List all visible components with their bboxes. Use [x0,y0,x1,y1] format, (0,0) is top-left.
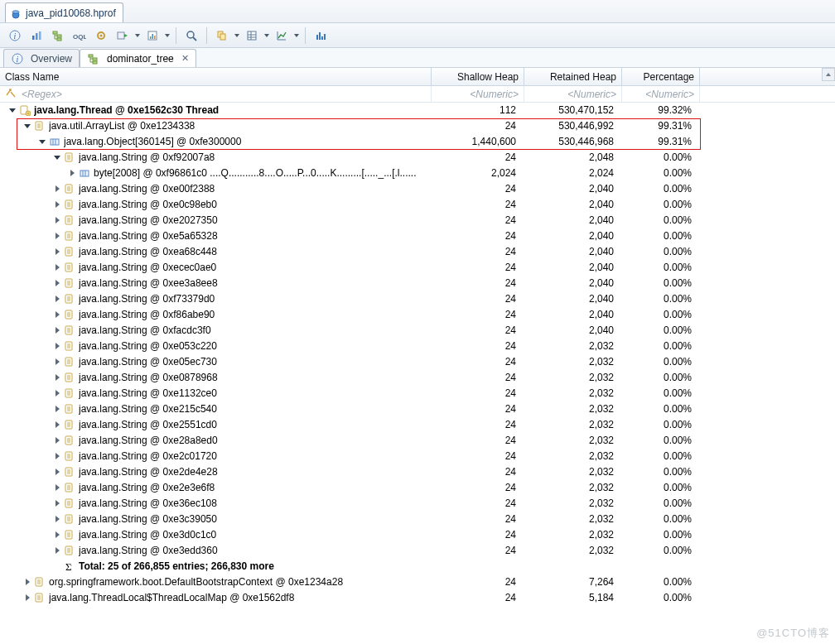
cell-shallow: 24 [432,199,524,210]
tree-row[interactable]: java.lang.String @ 0xe2de4e28242,0320.00… [0,464,835,480]
editor-tab-hprof[interactable]: java_pid10068.hprof [5,2,123,22]
expander-closed-icon[interactable] [51,356,63,368]
tree-row[interactable]: java.lang.String @ 0xe3edd360242,0320.00… [0,543,835,559]
tree-row[interactable]: java.lang.String @ 0xe2c01720242,0320.00… [0,449,835,464]
tree-row[interactable]: java.lang.String @ 0xea68c448242,0400.00… [0,244,835,260]
expander-closed-icon[interactable] [51,277,63,289]
expander-closed-icon[interactable] [51,183,63,195]
expander-closed-icon[interactable] [51,293,63,305]
expander-closed-icon[interactable] [51,324,63,336]
filter-class-name[interactable]: <Regex> [0,86,432,102]
cell-percentage: 0.00% [622,513,700,525]
expander-closed-icon[interactable] [51,262,63,273]
tree-row[interactable]: java.lang.String @ 0xe3d0c1c0242,0320.00… [0,527,835,543]
expander-closed-icon[interactable] [51,545,63,556]
expander-closed-icon[interactable] [51,482,63,493]
tree-row[interactable]: java.lang.String @ 0xe2027350242,0400.00… [0,213,835,228]
run-icon[interactable] [113,26,133,46]
tree-row[interactable]: java.lang.String @ 0xe0878968242,0320.00… [0,370,835,386]
header-retained[interactable]: Retained Heap [524,68,622,85]
expander-open-icon[interactable] [7,104,18,116]
toolbar-dropdown-arrow[interactable] [293,27,300,44]
tree-row[interactable]: java.lang.String @ 0xee3a8ee8242,0400.00… [0,276,835,291]
expander-closed-icon[interactable] [51,246,63,257]
expander-open-icon[interactable] [36,136,48,147]
gear-icon[interactable] [91,26,111,46]
header-class-name[interactable]: Class Name [0,68,432,85]
table-filter-row: <Regex> <Numeric> <Numeric> <Numeric> [0,86,835,103]
tree-row[interactable]: java.lang.String @ 0xe2e3e6f8242,0320.00… [0,480,835,496]
expander-closed-icon[interactable] [51,199,63,210]
table-icon[interactable] [242,26,262,46]
toolbar-dropdown-arrow[interactable] [234,27,240,44]
tree-row[interactable]: java.lang.String @ 0xe3c39050242,0320.00… [0,512,835,527]
histogram-icon[interactable] [27,26,46,46]
expander-closed-icon[interactable] [66,167,78,179]
header-shallow[interactable]: Shallow Heap [432,68,524,85]
tree-row[interactable]: java.lang.String @ 0xe00f2388242,0400.00… [0,181,835,197]
tree-row[interactable]: java.lang.String @ 0xe28a8ed0242,0320.00… [0,433,835,449]
toolbar-dropdown-arrow[interactable] [134,27,141,44]
tree-row[interactable]: java.lang.String @ 0xe05ec730242,0320.00… [0,354,835,370]
view-tab-dominator[interactable]: dominator_tree✕ [80,49,196,67]
dominator-tree-icon[interactable] [48,26,68,46]
expander-closed-icon[interactable] [51,419,63,430]
tree-row[interactable]: java.lang.Object[360145] @ 0xfe3000001,4… [0,134,835,150]
stats-icon[interactable] [142,26,162,46]
tree-row[interactable]: java.lang.String @ 0xe1132ce0242,0320.00… [0,386,835,401]
vertical-scrollbar[interactable] [822,68,835,644]
expander-closed-icon[interactable] [51,403,63,415]
tree-row[interactable]: java.lang.String @ 0xe0c98eb0242,0400.00… [0,197,835,213]
tree-row[interactable]: org.springframework.boot.DefaultBootstra… [0,574,835,590]
overview-icon[interactable]: i [5,26,25,46]
scroll-up-arrow[interactable] [822,68,835,81]
tree-row[interactable]: java.util.ArrayList @ 0xe123433824530,44… [0,118,835,134]
toolbar-dropdown-arrow[interactable] [263,27,270,44]
expander-closed-icon[interactable] [51,309,63,320]
search-icon[interactable] [181,26,201,46]
expander-closed-icon[interactable] [51,230,63,242]
expander-closed-icon[interactable] [51,387,63,399]
tree-row[interactable]: java.lang.String @ 0xf92007a8242,0480.00… [0,150,835,166]
header-percentage[interactable]: Percentage [622,68,700,85]
expander-closed-icon[interactable] [51,435,63,446]
tree-row[interactable]: java.lang.String @ 0xe36ec108242,0320.00… [0,496,835,512]
view-tab-overview[interactable]: iOverview [3,49,80,67]
filter-retained[interactable]: <Numeric> [524,86,622,102]
close-icon[interactable]: ✕ [181,53,189,64]
tree-row[interactable]: java.lang.String @ 0xe2551cd0242,0320.00… [0,417,835,433]
expander-closed-icon[interactable] [51,466,63,478]
expander-closed-icon[interactable] [51,372,63,383]
expander-closed-icon[interactable] [51,497,63,509]
tree-row[interactable]: java.lang.Thread @ 0xe1562c30 Thread1125… [0,103,835,118]
tree-row[interactable]: java.lang.String @ 0xfacdc3f0242,0400.00… [0,323,835,339]
expander-closed-icon[interactable] [51,529,63,541]
copy-icon[interactable] [212,26,232,46]
expander-closed-icon[interactable] [51,513,63,525]
expander-open-icon[interactable] [22,120,33,132]
tree-row[interactable]: byte[2008] @ 0xf96861c0 ....Q...........… [0,166,835,181]
tree-row[interactable]: java.lang.ThreadLocal$ThreadLocalMap @ 0… [0,590,835,606]
expander-closed-icon[interactable] [51,450,63,462]
toolbar-dropdown-arrow[interactable] [164,27,171,44]
tree-row[interactable]: java.lang.String @ 0xf86abe90242,0400.00… [0,307,835,323]
filter-percentage[interactable]: <Numeric> [622,86,700,102]
tree-row[interactable]: java.lang.String @ 0xe215c540242,0320.00… [0,401,835,417]
filter-shallow[interactable]: <Numeric> [432,86,524,102]
expander-closed-icon[interactable] [22,576,33,588]
tree-row[interactable]: java.lang.String @ 0xe053c220242,0320.00… [0,339,835,354]
histogram2-icon[interactable] [311,26,331,46]
oql-icon[interactable]: OQL [70,26,89,46]
tree-row[interactable]: java.lang.String @ 0xecec0ae0242,0400.00… [0,260,835,276]
tree-row[interactable]: java.lang.String @ 0xe5a65328242,0400.00… [0,228,835,244]
tree-row[interactable]: java.lang.String @ 0xf73379d0242,0400.00… [0,291,835,307]
cell-retained: 2,040 [524,183,622,195]
expander-closed-icon[interactable] [22,592,33,603]
svg-rect-28 [321,36,323,40]
expander-open-icon[interactable] [51,151,63,163]
expander-closed-icon[interactable] [51,340,63,352]
chart-icon[interactable] [272,26,292,46]
tree-row[interactable]: Σ.Total: 25 of 266,855 entries; 266,830 … [0,559,835,574]
expander-closed-icon[interactable] [51,214,63,226]
class-icon [63,482,75,494]
